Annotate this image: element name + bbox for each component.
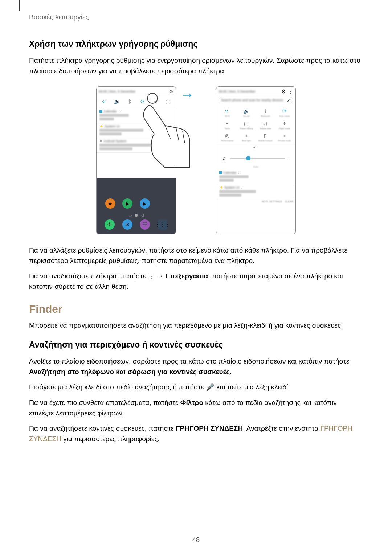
bold-term: Επεξεργασία — [166, 272, 208, 280]
location-icon: ◎ — [224, 132, 230, 139]
breadcrumb: Βασικές λειτουργίες — [29, 13, 89, 21]
search-bar: Search phone and scan for nearby devices… — [219, 97, 293, 103]
swipe-down-arrow: ↓ — [149, 104, 155, 119]
touch-indicator — [147, 93, 158, 104]
bluetooth-icon: ᛒ — [262, 108, 269, 114]
section1-para3: Για να αναδιατάξετε πλήκτρα, πατήστε ⋮ →… — [29, 271, 363, 292]
quick-settings-grid: ᯤWi-Fi 🔉Sound ᛒBluetooth ⟳Auto rotate ⌁T… — [216, 105, 295, 145]
page-number: 48 — [192, 536, 200, 544]
bluelight-icon: ▫ — [243, 132, 250, 139]
flashlight-icon: ⌁ — [224, 120, 230, 127]
mic-icon: 🎤 — [287, 99, 291, 102]
notification-item: ⚡System UI — [97, 123, 176, 138]
phone-mock-collapsed: 09:05 | Mon, 5 December ⚙ ᯤ 🔉 ᛒ ⟳ ⌁ ▢ Ca… — [96, 86, 176, 234]
wifi-icon: ᯤ — [224, 108, 230, 114]
bold-term: ΓΡΗΓΟΡΗ ΣΥΝΔΕΣΗ — [176, 424, 243, 432]
finder-heading: Finder — [29, 303, 363, 315]
text-fragment: Εισάγετε μια λέξη κλειδί στο πεδίο αναζή… — [29, 383, 206, 391]
dock-row: ✆ ✉ ☰ ⋮⋮⋮ — [97, 219, 176, 230]
bold-term: Αναζήτηση στο τηλέφωνο και σάρωση για κο… — [29, 368, 230, 376]
transform-arrow-icon: → — [180, 87, 194, 103]
rotate-icon: ⟳ — [281, 108, 288, 114]
notification-item: Calendar⌄ — [97, 108, 176, 123]
chevron-down-icon: ⌄ — [287, 156, 290, 160]
mic-inline-icon: 🎤 — [206, 382, 215, 393]
text-fragment: και πείτε μια λέξη κλειδί. — [215, 383, 290, 391]
rotate-icon: ⟳ — [139, 98, 146, 105]
notification-item: Calendar⌄ — [216, 169, 295, 184]
section2-heading: Αναζήτηση για περιεχόμενο ή κοντινές συσ… — [29, 340, 363, 350]
sound-icon: 🔉 — [243, 108, 250, 114]
bluetooth-icon: ᛒ — [127, 98, 133, 105]
status-bar: 09:05 | Mon, 5 December ⚙ — [97, 87, 176, 95]
notif-actions: NOTI. SETTINGS CLEAR — [216, 199, 295, 204]
text-fragment: . — [230, 368, 232, 376]
swap-icon: ↓↑ — [262, 120, 269, 127]
hotspot-icon: ▯ — [262, 132, 269, 139]
figures-row: 09:05 | Mon, 5 December ⚙ ᯤ 🔉 ᛒ ⟳ ⌁ ▢ Ca… — [29, 86, 363, 234]
wifi-icon: ᯤ — [101, 98, 108, 105]
bold-term: Φίλτρο — [180, 399, 203, 406]
sound-icon: 🔉 — [114, 98, 121, 105]
brightness-icon: ☼ — [221, 155, 227, 161]
status-bar: 09:05 | Mon, 5 December ⚙ ⋮ — [216, 87, 295, 95]
section1-para2: Για να αλλάξετε ρυθμίσεις λειτουργιών, π… — [29, 245, 363, 266]
section2-para4: Για να αναζητήσετε κοντινές συσκευές, πα… — [29, 423, 363, 444]
pager-dots: ● ○ — [216, 145, 295, 151]
finder-para1: Μπορείτε να πραγματοποιήσετε αναζήτηση γ… — [29, 320, 363, 331]
text-fragment: Ανοίξτε το πλαίσιο ειδοποιήσεων, σαρώστε… — [29, 357, 349, 365]
text-fragment: . Ανατρέξτε στην ενότητα — [243, 424, 320, 432]
more-icon: ⋮ — [288, 89, 293, 94]
section1-heading: Χρήση των πλήκτρων γρήγορης ρύθμισης — [29, 39, 363, 49]
brightness-slider: ☼ ⌄ — [216, 151, 295, 165]
section2-para2: Εισάγετε μια λέξη κλειδί στο πεδίο αναζή… — [29, 382, 363, 393]
notification-item: ⚙Android System — [97, 138, 176, 153]
section2-para1: Ανοίξτε το πλαίσιο ειδοποιήσεων, σαρώστε… — [29, 356, 363, 377]
text-fragment: Για να αναζητήσετε κοντινές συσκευές, πα… — [29, 424, 176, 432]
figure-phone-swipe: 09:05 | Mon, 5 December ⚙ ᯤ 🔉 ᛒ ⟳ ⌁ ▢ Ca… — [96, 86, 176, 234]
arrow-text: → — [155, 272, 166, 280]
private-icon: ▫ — [281, 132, 288, 139]
text-fragment: για περισσότερες πληροφορίες. — [61, 435, 160, 443]
sim-icon: ▢ — [243, 120, 250, 127]
text-fragment: Για να αναδιατάξετε πλήκτρα, πατήστε — [29, 272, 148, 280]
gear-icon: ⚙ — [169, 89, 173, 94]
section2-para3: Για να έχετε πιο σύνθετα αποτελέσματα, π… — [29, 398, 363, 418]
section1-para1: Πατήστε πλήκτρα γρήγορης ρύθμισης για εν… — [29, 56, 363, 76]
more-inline-icon: ⋮ — [148, 271, 155, 282]
gear-icon: ⚙ — [281, 89, 286, 94]
page-content: Χρήση των πλήκτρων γρήγορης ρύθμισης Πατ… — [29, 39, 363, 449]
quick-settings-row: ᯤ 🔉 ᛒ ⟳ ⌁ ▢ — [97, 95, 176, 108]
phone-mock-expanded: 09:05 | Mon, 5 December ⚙ ⋮ Search phone… — [216, 86, 296, 234]
page-edge-marker — [19, 0, 20, 11]
airplane-icon: ✈ — [281, 120, 288, 127]
sim-icon: ▢ — [165, 98, 171, 105]
text-fragment: Για να έχετε πιο σύνθετα αποτελέσματα, π… — [29, 399, 180, 406]
notification-item: ⚡System UI⌄ — [216, 184, 295, 199]
